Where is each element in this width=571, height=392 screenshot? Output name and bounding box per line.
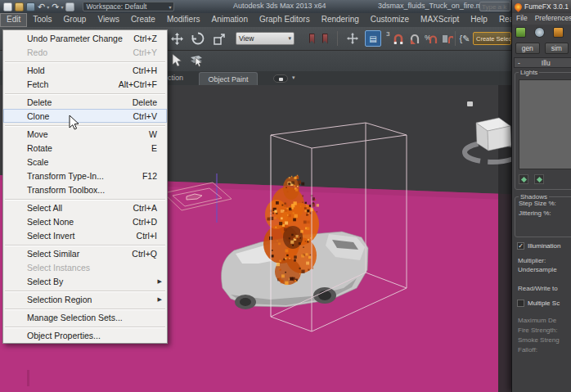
undo-icon[interactable]: ↶ [38, 2, 45, 11]
tab-object-paint[interactable]: Object Paint [199, 72, 258, 85]
workspace-selector[interactable]: Workspace: Default ▾ [83, 2, 174, 11]
edit-menu-item[interactable]: Rotate E ▶ [3, 141, 167, 155]
redo-dropdown-arrow[interactable]: ▾ [61, 4, 63, 10]
fumefx-window: FumeFX 3.0.1 File Preferences gen sim - … [511, 0, 571, 392]
select-and-scale-icon[interactable] [212, 31, 227, 46]
edit-menu-item-shortcut: Ctrl+Q [132, 249, 157, 259]
menu-bar-item[interactable]: Modifiers [161, 13, 206, 27]
menu-bar-item[interactable]: Group [58, 13, 92, 27]
edit-menu-item[interactable]: Scale ▶ [3, 155, 167, 169]
save-icon[interactable] [26, 2, 35, 11]
fumefx-mode-button[interactable]: sim [545, 43, 569, 54]
dropdown-arrow-icon: ▾ [288, 35, 291, 42]
menu-bar-item[interactable]: Create [125, 13, 161, 27]
menu-bar-item[interactable]: Edit [0, 13, 27, 27]
menu-bar-item[interactable]: Tools [27, 13, 57, 27]
select-and-move-icon[interactable] [169, 31, 184, 46]
edit-menu-item[interactable]: Undo Parameter Change Ctrl+Z ▶ [3, 31, 167, 45]
edit-menu-item[interactable]: Select By ▶ [3, 274, 167, 288]
illumination-param-label: Multiplier: [512, 255, 571, 264]
reference-coordinate-dropdown[interactable]: View ▾ [236, 32, 294, 45]
fumefx-title-bar[interactable]: FumeFX 3.0.1 [512, 0, 571, 13]
angle-snap-icon[interactable] [407, 31, 422, 46]
edit-named-selection-sets-icon[interactable]: {✎ [458, 31, 471, 46]
fumefx-flame-icon [513, 2, 524, 12]
application-window: ↶ ▾ ↷ ▾ Workspace: Default ▾ Autodesk 3d… [0, 0, 571, 392]
keyboard-override-glyph: ▤ [369, 34, 376, 43]
tab-selection-partial[interactable]: ction [168, 74, 183, 82]
edit-menu-item[interactable]: Select None Ctrl+D ▶ [3, 214, 167, 228]
edit-menu-item-shortcut: Ctrl+I [137, 231, 157, 241]
edit-menu-item-shortcut: F12 [142, 171, 157, 181]
scattering-param-label: Maximum De [512, 314, 571, 324]
edit-menu-item[interactable]: Fetch Alt+Ctrl+F ▶ [3, 77, 167, 91]
ribbon-display-toggle[interactable] [273, 74, 288, 83]
undo-dropdown-arrow[interactable]: ▾ [47, 4, 49, 10]
menu-bar-item[interactable]: Graph Editors [254, 13, 316, 27]
edit-menu-item-label: Undo Parameter Change [27, 34, 123, 43]
menu-bar-item[interactable]: Views [92, 13, 125, 27]
menu-bar-item[interactable]: MAXScript [415, 13, 465, 27]
named-selection-sets-dropdown[interactable]: Create Selection Se [473, 32, 511, 45]
mouse-cursor [69, 115, 82, 131]
edit-menu-item-shortcut: Delete [133, 97, 157, 107]
read-write-label[interactable]: Read/Write to [518, 285, 558, 292]
fumefx-rollout-header[interactable]: - Illu [514, 57, 571, 68]
menu-bar-item[interactable]: Customize [365, 13, 415, 27]
edit-menu-item[interactable]: Redo Ctrl+Y ▶ [3, 45, 167, 59]
spinner-snap-icon[interactable] [440, 31, 455, 46]
edit-menu-item-shortcut: Alt+Ctrl+F [119, 79, 157, 89]
edit-menu-item[interactable]: Select Instances ▶ [3, 260, 167, 274]
scene-light-marker[interactable] [467, 101, 473, 106]
fumefx-menu-item[interactable]: File [516, 14, 528, 25]
open-file-icon[interactable] [15, 2, 24, 11]
edit-menu-item[interactable]: Select All Ctrl+A ▶ [3, 201, 167, 214]
fumefx-export-icon[interactable] [515, 27, 526, 38]
select-and-manipulate-icon[interactable] [317, 31, 332, 46]
new-file-icon[interactable] [3, 2, 12, 11]
select-object-icon[interactable] [169, 53, 184, 68]
edit-menu-item[interactable]: Transform Type-In... F12 ▶ [3, 169, 167, 182]
keyboard-override-icon[interactable]: ▤ [365, 30, 381, 47]
pick-light-icon[interactable] [519, 174, 528, 184]
edit-menu-item[interactable]: Select Similar Ctrl+Q ▶ [3, 246, 167, 260]
project-folder-icon[interactable] [65, 2, 74, 11]
ribbon-options-arrow[interactable]: ▾ [292, 74, 295, 81]
edit-menu-item[interactable]: Delete Delete ▶ [3, 95, 167, 109]
edit-menu-item-shortcut: Ctrl+H [133, 65, 157, 75]
fumefx-mode-button[interactable]: gen [515, 43, 540, 54]
edit-menu-item[interactable]: Manage Selection Sets... ▶ [3, 310, 167, 324]
menu-bar-item[interactable]: Help [465, 13, 493, 27]
snap-toggle-icon[interactable] [391, 31, 406, 46]
fumefx-render-icon[interactable] [553, 27, 564, 38]
redo-icon[interactable]: ↷ [52, 2, 59, 11]
app-title: Autodesk 3ds Max 2013 x64 [233, 2, 326, 10]
multiple-scattering-checkbox[interactable] [517, 300, 524, 307]
edit-menu-item-label: Select All [27, 203, 62, 213]
menu-bar-item[interactable]: Rendering [316, 13, 365, 27]
fumefx-world-icon[interactable] [534, 27, 545, 38]
edit-menu-item-label: Scale [27, 157, 48, 167]
multiple-scattering-row: Multiple Sc [517, 300, 560, 307]
rollout-title: Illu [542, 59, 551, 67]
fumefx-menu-item[interactable]: Preferences [535, 14, 571, 25]
remove-light-icon[interactable] [534, 174, 544, 184]
menu-bar-item[interactable]: Animation [205, 13, 253, 27]
infocenter-search-input[interactable] [479, 2, 510, 11]
select-similar-icon[interactable] [189, 53, 204, 68]
edit-menu-item[interactable]: Move W ▶ [3, 127, 167, 141]
edit-menu-item[interactable]: Transform Toolbox... ▶ [3, 182, 167, 196]
lights-listbox[interactable] [519, 79, 571, 169]
edit-menu-item[interactable]: Hold Ctrl+H ▶ [3, 63, 167, 77]
align-icon[interactable] [345, 31, 360, 46]
edit-menu-item[interactable]: Selection Region ▶ [3, 292, 167, 306]
edit-menu-item[interactable]: Object Properties... ▶ [3, 328, 167, 342]
percent-snap-icon[interactable]: % [424, 31, 438, 46]
title-bar: ↶ ▾ ↷ ▾ Workspace: Default ▾ Autodesk 3d… [0, 0, 571, 13]
edit-menu-item[interactable]: Clone Ctrl+V ▶ [3, 109, 167, 123]
select-and-rotate-icon[interactable] [191, 31, 205, 46]
edit-menu-item[interactable]: Select Invert Ctrl+I ▶ [3, 228, 167, 242]
edit-menu-item-shortcut: Ctrl+V [133, 111, 157, 121]
illumination-map-checkbox[interactable]: ✓ [517, 242, 524, 250]
named-sets-glyph: {✎ [460, 34, 470, 44]
